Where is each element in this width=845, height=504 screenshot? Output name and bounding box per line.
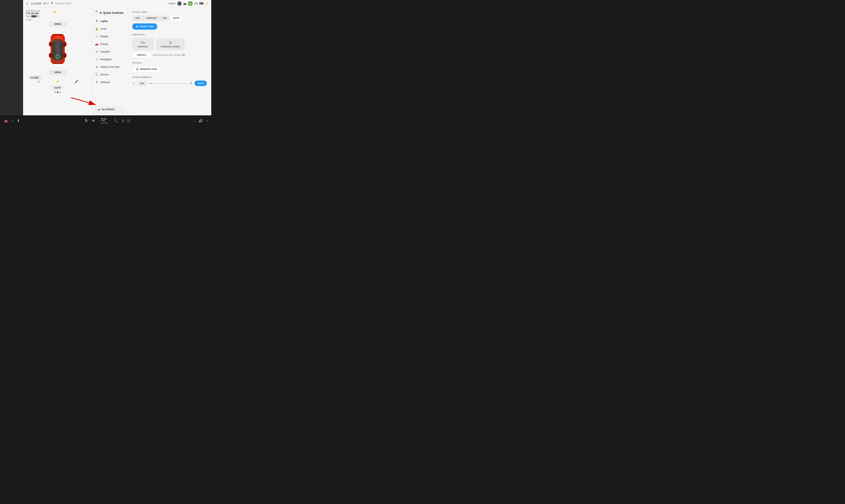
mic-icon[interactable]: 🎤 — [73, 78, 80, 85]
steering-wheel-icon: ◎ — [169, 41, 172, 44]
camera-icon: 📷 — [183, 2, 186, 5]
svg-point-10 — [63, 42, 67, 47]
status-bar: 🔋 11:23 AM 68° F T Test Only Station All… — [23, 0, 211, 7]
rear-defrost-icon[interactable]: ⌸ — [122, 119, 124, 123]
temp-down-chevron[interactable]: ‹ — [98, 119, 100, 122]
menu-item-software[interactable]: ⬇ Software — [92, 78, 128, 86]
car-panel: Time Remaining 7 hr 20 min 71mi ⚡ Podfee… — [23, 7, 92, 115]
locks-icon: 🔒 — [95, 27, 98, 30]
glovebox-icon: ▬ — [98, 108, 100, 111]
time-value: 7 hr 20 min — [26, 12, 40, 15]
menu-item-service[interactable]: 🔧 Service — [92, 71, 128, 78]
battery-fill — [31, 15, 36, 17]
brightness-value: 8% — [137, 81, 147, 86]
dot-1 — [54, 92, 56, 93]
mirrors-button[interactable]: ⊓⊔ MIRRORS — [132, 38, 154, 50]
close-button[interactable]: ✕ — [95, 9, 97, 13]
svg-point-11 — [49, 53, 52, 58]
temp-control: ‹ 72° MANUAL › — [98, 118, 110, 124]
lights-icon: ☀ — [95, 19, 98, 23]
sun-dim-icon: ☀ — [132, 82, 135, 85]
display-brightness-title: Display Brightness — [132, 76, 207, 78]
status-bar-right: Allison 📷 🏠 LTE ▋▋▋ ⚡ — [169, 1, 209, 6]
status-bar-left: 🔋 11:23 AM 68° F T Test Only Station — [26, 2, 169, 5]
temp-display: 72° MANUAL — [101, 118, 108, 124]
apps-icon[interactable]: ⬆ — [17, 119, 20, 123]
signal-bars: ▋▋▋ — [200, 2, 204, 5]
service-icon: 🔧 — [95, 73, 98, 76]
temp-up-chevron[interactable]: › — [109, 119, 110, 122]
open-bottom-button[interactable]: OPEN — [49, 70, 67, 75]
car-icon[interactable]: 🚗 — [3, 119, 8, 123]
exterior-lights-title: Exterior Lights — [132, 11, 207, 13]
back-icon[interactable]: ‹ — [194, 119, 195, 123]
lights-controls-panel: Exterior Lights OFF PARKING ON AUTO ⊗ FR… — [128, 7, 211, 115]
brightness-auto-button[interactable]: AUTO — [195, 80, 207, 86]
svg-rect-5 — [52, 62, 63, 64]
car-top-view — [43, 29, 72, 68]
safety-icon: ⊕ — [95, 65, 98, 69]
music-icon[interactable]: ♪ — [12, 119, 13, 123]
svg-point-9 — [49, 42, 52, 47]
menu-item-locks[interactable]: 🔒 Locks — [92, 25, 128, 33]
window-lock-button[interactable]: 🪟 WINDOW LOCK — [132, 66, 161, 72]
svg-point-12 — [63, 53, 67, 58]
brightness-slider-fill — [149, 83, 152, 84]
taskbar: 🚗 ♪ ⬆ 🪑 ❄ ‹ 72° MANUAL › 📞 ⌸ ⌸ ‹ 🔊 › — [0, 115, 211, 126]
steering-wheel-button[interactable]: ◎ STEERING WHEEL — [156, 38, 185, 50]
tesla-logo: T — [51, 2, 53, 5]
svg-rect-1 — [52, 41, 63, 59]
brightness-row: ☀ 8% ☀ AUTO — [132, 80, 207, 86]
battery-icon: 🔋 — [26, 2, 29, 5]
close-button[interactable]: CLOSE — [28, 75, 41, 80]
windows-title: Windows — [132, 61, 207, 64]
lightning-icon: ⚡ — [52, 10, 57, 14]
unfold-row: UNFOLD Auto-Fold Set at This Location × — [132, 52, 207, 58]
flash-icon[interactable]: ⚡ — [54, 78, 61, 85]
lights-parking-button[interactable]: PARKING — [143, 15, 160, 21]
miles-text: 71mi — [26, 15, 30, 18]
sun-bright-icon: ☀ — [189, 81, 193, 86]
brightness-slider[interactable] — [149, 83, 187, 84]
left-panel — [0, 0, 23, 126]
svg-rect-4 — [52, 34, 63, 36]
menu-item-navigation[interactable]: ◁ Navigation — [92, 55, 128, 63]
fan-icon[interactable]: ❄ — [92, 119, 95, 123]
open-top-button[interactable]: OPEN — [49, 22, 67, 26]
mirrors-icon: ⊓⊔ — [140, 41, 145, 44]
autofold-close-button[interactable]: × — [182, 54, 185, 56]
navigation-icon: ◁ — [95, 57, 98, 61]
volume-icon[interactable]: 🔊 — [198, 119, 203, 123]
lights-auto-button[interactable]: AUTO — [169, 15, 182, 21]
quick-controls-icon: ⊙ — [100, 11, 102, 15]
driving-icon: 🚗 — [95, 42, 98, 46]
menu-item-safety[interactable]: ⊕ Safety & Security — [92, 63, 128, 71]
bluetooth-icon: ⚡ — [205, 2, 209, 5]
auto-button[interactable]: AUTO — [52, 86, 64, 90]
seat-icon[interactable]: 🪑 — [84, 119, 88, 123]
svg-point-2 — [53, 39, 63, 43]
front-defrost-icon[interactable]: ⌸ — [128, 119, 130, 123]
window-lock-icon: 🪟 — [136, 68, 139, 70]
lights-on-button[interactable]: ON — [160, 15, 169, 21]
menu-item-display[interactable]: ▭ Display — [92, 33, 128, 40]
home-icon[interactable]: 🏠 — [188, 1, 193, 6]
lights-off-button[interactable]: OFF — [132, 15, 143, 21]
dot-indicators — [26, 92, 89, 93]
status-user: Allison — [169, 2, 176, 5]
software-icon: ⬇ — [95, 80, 98, 84]
autofold-text: Auto-Fold Set at This Location × — [153, 54, 185, 56]
menu-item-autopilot[interactable]: ◎ Autopilot — [92, 48, 128, 55]
main-content: Time Remaining 7 hr 20 min 71mi ⚡ Podfee… — [23, 7, 211, 115]
phone-icon[interactable]: 📞 — [114, 119, 119, 123]
unfold-button[interactable]: UNFOLD — [132, 52, 151, 58]
exterior-lights-buttons: OFF PARKING ON AUTO — [132, 15, 182, 21]
glovebox-button[interactable]: ▬ GLOVEBOX — [95, 106, 125, 113]
front-fog-button[interactable]: ⊗ FRONT FOG — [132, 23, 157, 30]
adjustments-title: Adjustments — [132, 33, 207, 36]
quick-controls-panel: ✕ ⊙ Quick Controls ☀ Lights 🔒 Locks ▭ Di… — [92, 7, 128, 115]
user-avatar — [177, 1, 182, 6]
menu-item-driving[interactable]: 🚗 Driving — [92, 40, 128, 48]
menu-item-lights[interactable]: ☀ Lights — [92, 17, 128, 25]
forward-icon[interactable]: › — [206, 119, 208, 123]
